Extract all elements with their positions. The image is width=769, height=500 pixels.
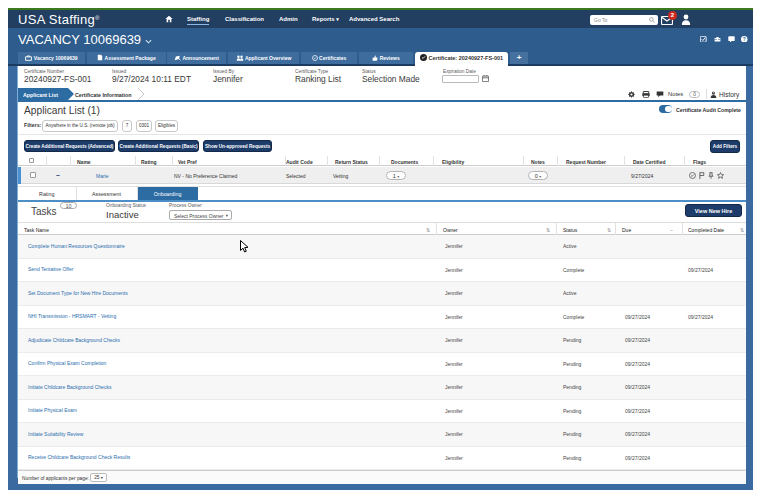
svg-text:?: ?: [743, 37, 746, 42]
